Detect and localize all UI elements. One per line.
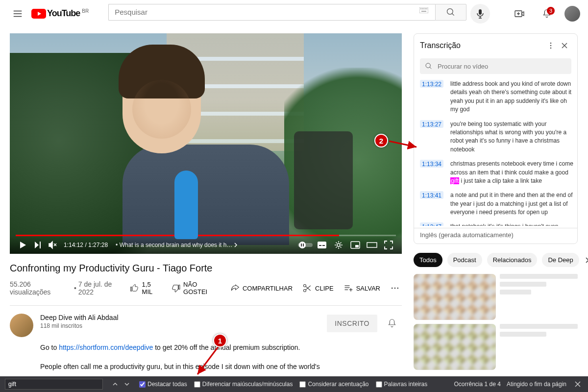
header-actions: 3 xyxy=(510,4,580,24)
svg-rect-13 xyxy=(303,244,304,246)
chip-related[interactable]: Relacionados xyxy=(487,253,538,267)
svg-point-27 xyxy=(550,45,552,47)
transcript-timestamp[interactable]: 1:13:27 xyxy=(420,120,443,128)
annotation-badge-2: 2 xyxy=(374,134,388,147)
dislike-button[interactable]: NÃO GOSTEI xyxy=(170,278,222,298)
fullscreen-button[interactable] xyxy=(381,238,396,252)
chapter-title[interactable]: • What is a second brain and why does it… xyxy=(116,242,233,248)
annotation-badge-1: 1 xyxy=(213,334,227,347)
svg-rect-1 xyxy=(420,8,421,9)
transcript-search-input[interactable] xyxy=(438,63,566,70)
search-highlight: gift xyxy=(450,177,459,184)
notification-badge: 3 xyxy=(547,7,555,15)
highlight-all-checkbox[interactable]: Destacar todas xyxy=(139,381,187,388)
microphone-icon xyxy=(476,9,484,19)
menu-button[interactable] xyxy=(8,4,27,24)
more-actions-button[interactable] xyxy=(388,280,402,296)
chip-channel[interactable]: De Deep xyxy=(542,253,579,267)
chips-next-button[interactable] xyxy=(584,257,588,264)
notification-preference-button[interactable] xyxy=(382,314,402,333)
video-player[interactable]: 1:14:12 / 1:27:28 • What is a second bra… xyxy=(10,33,402,254)
next-button[interactable] xyxy=(30,238,45,252)
chip-podcast[interactable]: Podcast xyxy=(447,253,482,267)
channel-name[interactable]: Deep Dive with Ali Abdaal xyxy=(40,314,320,321)
find-end-reached: Atingido o fim da págin xyxy=(507,381,566,388)
find-input[interactable] xyxy=(5,379,103,390)
description-link[interactable]: https://shortform.com/deepdive xyxy=(59,343,153,351)
transcript-title: Transcrição xyxy=(420,41,544,50)
transcript-timestamp[interactable]: 1:13:41 xyxy=(420,191,443,199)
transcript-row[interactable]: 1:13:27you're being too systematic with … xyxy=(420,118,575,158)
account-avatar[interactable] xyxy=(564,6,580,22)
browser-find-bar: Destacar todas Diferenciar maiúsculas/mi… xyxy=(0,376,588,392)
svg-point-23 xyxy=(392,288,393,289)
thumb-down-icon xyxy=(172,283,181,293)
like-button[interactable]: 1,5 MIL xyxy=(128,278,163,298)
autoplay-toggle[interactable] xyxy=(298,238,313,252)
transcript-row[interactable]: 1:13:22little address book and you kind … xyxy=(420,78,575,118)
search-icon xyxy=(425,62,433,70)
search-button[interactable] xyxy=(435,4,466,21)
svg-point-11 xyxy=(299,242,306,248)
match-case-checkbox[interactable]: Diferenciar maiúsculas/minúsculas xyxy=(194,381,293,388)
svg-rect-19 xyxy=(355,245,359,247)
theater-button[interactable] xyxy=(365,238,379,252)
related-item[interactable] xyxy=(414,324,578,370)
youtube-logo[interactable]: YouTube BR xyxy=(31,8,89,19)
create-button[interactable] xyxy=(510,4,529,24)
transcript-text: christmas presents notebook every time i… xyxy=(450,160,573,185)
notifications-button[interactable]: 3 xyxy=(537,4,557,24)
close-findbar-button[interactable] xyxy=(572,379,583,390)
transcript-text: a note and put it in there and then at t… xyxy=(450,191,573,217)
play-button[interactable] xyxy=(16,238,30,252)
settings-button[interactable] xyxy=(331,238,346,252)
transcript-text: that notebook it's it's things i haven't… xyxy=(450,222,573,226)
transcript-timestamp[interactable]: 1:13:47 xyxy=(420,222,443,226)
find-next-button[interactable] xyxy=(122,379,132,390)
svg-rect-0 xyxy=(419,7,428,13)
transcript-row[interactable]: 1:13:41a note and put it in there and th… xyxy=(420,189,575,220)
whole-words-checkbox[interactable]: Palavras inteiras xyxy=(376,381,428,388)
svg-rect-6 xyxy=(421,11,426,12)
find-prev-button[interactable] xyxy=(110,379,121,390)
chevron-up-icon xyxy=(113,382,118,387)
clip-button[interactable]: CLIPE xyxy=(300,280,336,296)
mute-button[interactable] xyxy=(45,238,60,252)
svg-rect-14 xyxy=(318,242,326,248)
transcript-row[interactable]: 1:13:34christmas presents notebook every… xyxy=(420,158,575,189)
svg-point-24 xyxy=(394,288,396,289)
svg-rect-20 xyxy=(367,243,377,247)
transcript-options-button[interactable] xyxy=(544,39,558,52)
create-video-icon xyxy=(514,8,525,20)
gear-icon xyxy=(334,240,343,250)
subtitles-button[interactable] xyxy=(315,238,329,252)
annotation-arrow-2 xyxy=(388,136,422,151)
transcript-language[interactable]: Inglês (gerada automaticamente) xyxy=(414,228,577,239)
miniplayer-button[interactable] xyxy=(348,238,363,252)
keyboard-icon[interactable] xyxy=(419,7,429,17)
chevron-right-icon xyxy=(584,257,588,264)
related-item[interactable] xyxy=(414,274,578,320)
upload-date: 7 de jul. de 2022 xyxy=(78,280,128,296)
svg-point-17 xyxy=(337,244,340,246)
svg-rect-8 xyxy=(479,9,482,15)
chip-all[interactable]: Todos xyxy=(414,253,442,267)
transcript-row[interactable]: 1:13:47that notebook it's it's things i … xyxy=(420,220,575,226)
close-transcript-button[interactable] xyxy=(558,39,571,52)
save-button[interactable]: SALVAR xyxy=(342,280,382,296)
svg-rect-16 xyxy=(322,245,325,246)
transcript-search[interactable] xyxy=(420,58,571,74)
match-accents-checkbox[interactable]: Considerar acentuação xyxy=(299,381,368,388)
search-input[interactable] xyxy=(108,4,435,21)
voice-search-button[interactable] xyxy=(470,4,490,24)
share-button[interactable]: COMPARTILHAR xyxy=(228,280,294,296)
channel-avatar[interactable] xyxy=(10,314,33,337)
transcript-list[interactable]: 1:13:22little address book and you kind … xyxy=(414,78,577,226)
transcript-timestamp[interactable]: 1:13:34 xyxy=(420,160,443,168)
subscribed-button[interactable]: INSCRITO xyxy=(327,315,377,332)
svg-rect-5 xyxy=(426,8,427,9)
player-controls: 1:14:12 / 1:27:28 • What is a second bra… xyxy=(10,236,402,254)
transcript-timestamp[interactable]: 1:13:22 xyxy=(420,80,443,88)
volume-muted-icon xyxy=(48,240,57,250)
svg-point-25 xyxy=(397,288,399,289)
